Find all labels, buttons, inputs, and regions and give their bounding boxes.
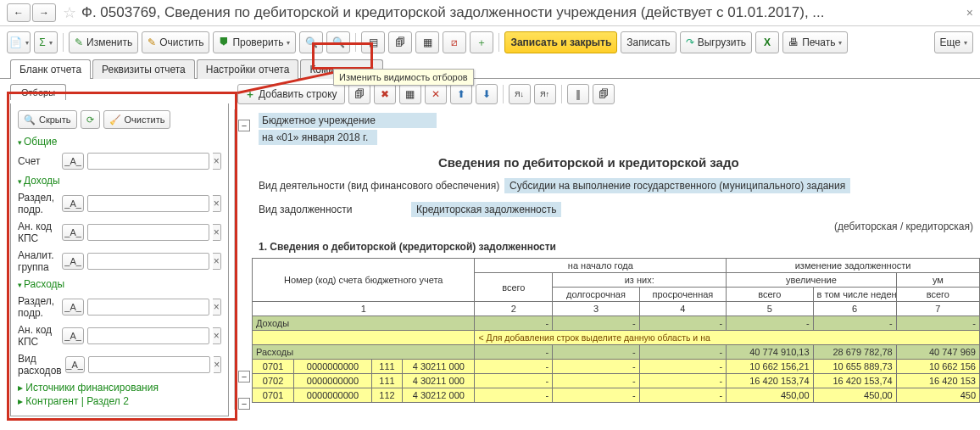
write-label: Записать: [626, 36, 670, 48]
group-counterparty[interactable]: ▸ Контрагент | Раздел 2: [18, 395, 221, 407]
data-table[interactable]: Номер (код) счета бюджетного учета на на…: [252, 258, 980, 403]
write-button[interactable]: Записать: [621, 31, 676, 53]
broom-icon: 🧹: [109, 114, 121, 126]
cell: 450: [896, 388, 979, 403]
form-btn-4[interactable]: ⧄: [443, 31, 466, 53]
row-hint[interactable]: < Для добавления строк выделите данную о…: [253, 331, 980, 345]
rpt-btn-up[interactable]: ⬆: [450, 84, 472, 104]
add-row-label: Добавить строку: [259, 88, 337, 100]
vidrash-mode[interactable]: _А_: [65, 356, 85, 373]
more-button[interactable]: Еще▾: [934, 31, 973, 53]
group-income[interactable]: ▾Доходы: [18, 175, 221, 187]
separator: [355, 33, 356, 52]
form-btn-1[interactable]: ▤: [361, 31, 385, 53]
edit-button[interactable]: ✎Изменить: [69, 31, 138, 53]
th-long: долгосрочная: [553, 288, 639, 302]
account-mode[interactable]: _А_: [62, 153, 83, 170]
rpt-btn-down[interactable]: ⬇: [476, 84, 498, 104]
group-general[interactable]: ▾Общие: [18, 136, 221, 148]
ankps-e-input[interactable]: [87, 327, 209, 344]
rpt-btn-delete[interactable]: ✖: [374, 84, 396, 104]
close-icon[interactable]: ×: [966, 6, 973, 20]
subtab-filters[interactable]: Отборы: [10, 84, 66, 100]
sum-button[interactable]: Σ▾: [34, 31, 58, 53]
activity-label: Вид деятельности (вид финансового обеспе…: [259, 180, 504, 192]
form-btn-2[interactable]: 🗐: [388, 31, 412, 53]
razdel-e-mode[interactable]: _А_: [62, 299, 83, 316]
ankps-e-mode[interactable]: _А_: [62, 327, 83, 344]
excel-button[interactable]: X: [755, 31, 779, 53]
zoom-button[interactable]: 🔍: [299, 31, 323, 53]
org-name: Бюджетное учреждение: [259, 113, 437, 128]
razdel-i-mode[interactable]: _А_: [62, 195, 83, 212]
forward-button[interactable]: →: [32, 3, 56, 22]
hide-button[interactable]: 🔍Скрыть: [18, 110, 77, 129]
rpt-btn-cols[interactable]: ‖: [567, 84, 589, 104]
ankps-i-mode[interactable]: _А_: [62, 224, 83, 241]
check-button[interactable]: ⛊Проверить▾: [213, 31, 296, 53]
tooltip: Изменить видимость отборов: [333, 69, 474, 86]
rpt-btn-sortaz[interactable]: Я↓: [509, 84, 531, 104]
zoom-reset-button[interactable]: 🔍: [326, 31, 350, 53]
razdel-i-input[interactable]: [87, 195, 209, 212]
record-close-label: Записать и закрыть: [510, 36, 611, 48]
ankps-i-clear[interactable]: ×: [213, 224, 221, 241]
plus-icon: ＋: [245, 87, 255, 102]
row-expense[interactable]: Расходы --- 40 774 910,13 28 679 782,78 …: [253, 345, 980, 360]
rpt-btn-copy[interactable]: 🗐: [348, 84, 370, 104]
record-close-button[interactable]: Записать и закрыть: [504, 31, 617, 53]
label-razdel-e: Раздел, подр.: [18, 295, 58, 319]
vidrash-input[interactable]: [88, 356, 210, 373]
cell: 4 30212 000: [403, 388, 475, 403]
form-btn-5[interactable]: ＋: [470, 31, 493, 53]
razdel-e-clear[interactable]: ×: [213, 299, 221, 316]
print-button[interactable]: 🖶Печать▾: [782, 31, 848, 53]
rpt-btn-5[interactable]: ✕: [425, 84, 447, 104]
razdel-e-input[interactable]: [87, 299, 209, 316]
cell-income-label: Доходы: [253, 316, 475, 331]
group-sources[interactable]: ▸ Источники финансирования: [18, 382, 221, 394]
tab-strip: Бланк отчета Реквизиты отчета Настройки …: [0, 59, 980, 79]
outline-collapse-1[interactable]: −: [238, 120, 250, 131]
clear-button[interactable]: ✎Очистить: [142, 31, 209, 53]
table-row[interactable]: 0702 0000000000 111 4 30211 000 --- 16 4…: [253, 374, 980, 388]
form-btn-3[interactable]: ▦: [415, 31, 439, 53]
new-doc-button[interactable]: 📄▾: [7, 31, 31, 53]
analit-clear[interactable]: ×: [213, 253, 221, 270]
tab-blank[interactable]: Бланк отчета: [10, 59, 91, 79]
table-row[interactable]: 0701 0000000000 111 4 30211 000 --- 10 6…: [253, 360, 980, 374]
filter-clear-button[interactable]: 🧹Очистить: [103, 110, 171, 129]
th-n4: 4: [639, 302, 726, 316]
refresh-button[interactable]: ⟳: [81, 110, 100, 129]
rpt-btn-4[interactable]: ▦: [399, 84, 421, 104]
account-input[interactable]: [87, 153, 209, 170]
outline-collapse-3[interactable]: −: [238, 398, 250, 410]
back-button[interactable]: ←: [7, 3, 31, 22]
th-begin: на начало года: [475, 259, 727, 273]
cell: 111: [371, 374, 402, 388]
edit-label: Изменить: [86, 36, 132, 48]
cell: 111: [371, 360, 402, 374]
ankps-e-clear[interactable]: ×: [213, 327, 221, 344]
rpt-btn-copy2[interactable]: 🗐: [593, 84, 615, 104]
outline-collapse-2[interactable]: −: [238, 371, 250, 383]
account-clear[interactable]: ×: [213, 153, 221, 170]
hide-label: Скрыть: [39, 114, 71, 125]
analit-mode[interactable]: _А_: [62, 253, 83, 270]
tab-settings[interactable]: Настройки отчета: [197, 59, 299, 79]
group-expense[interactable]: ▾Расходы: [18, 278, 221, 290]
tab-requisites[interactable]: Реквизиты отчета: [92, 59, 195, 79]
row-income[interactable]: Доходы ------: [253, 316, 980, 331]
analit-input[interactable]: [87, 253, 209, 270]
export-button[interactable]: ↷Выгрузить: [680, 31, 753, 53]
rpt-btn-sortza[interactable]: Я↑: [534, 84, 556, 104]
ankps-i-input[interactable]: [87, 224, 209, 241]
cell: 16 420 153,74: [813, 374, 896, 388]
cell: 0000000000: [294, 360, 372, 374]
table-row[interactable]: 0701 0000000000 112 4 30212 000 --- 450,…: [253, 388, 980, 403]
add-row-button[interactable]: ＋Добавить строку: [237, 84, 345, 104]
favorite-icon[interactable]: ☆: [63, 3, 76, 22]
vidrash-clear[interactable]: ×: [214, 356, 221, 373]
cell: 0701: [253, 388, 294, 403]
razdel-i-clear[interactable]: ×: [213, 195, 221, 212]
